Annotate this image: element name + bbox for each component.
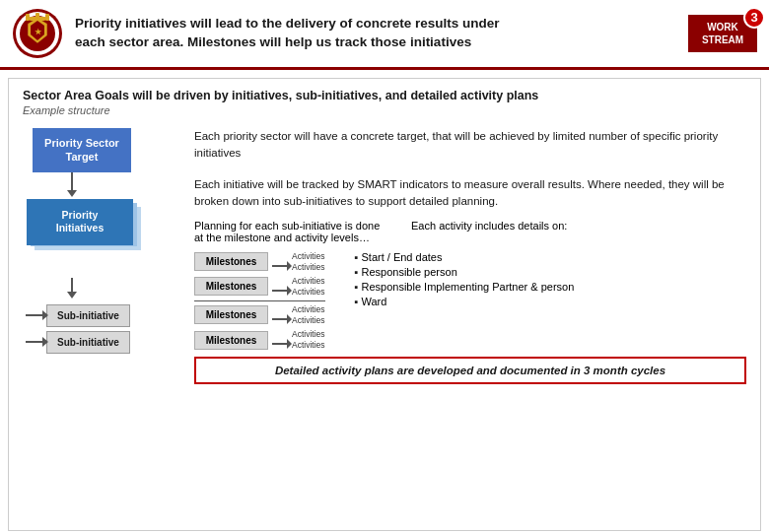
content-area: Priority Sector Target PriorityInitiativ… (23, 128, 746, 384)
sub-initiative-row-1: Sub-initiative (23, 304, 180, 327)
left-column: Priority Sector Target PriorityInitiativ… (23, 128, 180, 384)
header: ★ Priority initiatives will lead to the … (0, 0, 769, 70)
arrow-to-sub1 (26, 314, 43, 316)
sub-initiative-1-box: Sub-initiative (46, 304, 130, 327)
logo: ★ (12, 8, 63, 59)
main-content: Sector Area Goals will be driven by init… (8, 78, 761, 531)
detail-item-3: Responsible Implementing Partner & perso… (355, 281, 575, 293)
work-stream-label: WORKSTREAM (698, 21, 747, 46)
detail-item-4: Ward (355, 296, 575, 307)
ma-row-3: Milestones Activities Activities (194, 304, 325, 326)
svg-rect-7 (26, 14, 30, 21)
svg-rect-9 (45, 14, 49, 21)
planning-section: Planning for each sub-initiative is done… (194, 220, 746, 243)
details-list: Start / End dates Responsible person Res… (355, 251, 575, 307)
arrow-to-sub2 (26, 341, 43, 343)
bottom-note-box: Detailed activity plans are developed an… (194, 357, 746, 384)
activity-labels-3: Activities Activities (292, 304, 325, 326)
svg-rect-8 (35, 13, 39, 21)
milestone-box-4: Milestones (194, 331, 268, 350)
planning-text-left: Planning for each sub-initiative is done… (194, 220, 391, 243)
sub-initiatives-section: Sub-initiative Sub-initiative (23, 304, 180, 354)
work-stream-badge: WORKSTREAM 3 (688, 15, 757, 52)
lower-section: Milestones Activities Activities Milesto… (194, 251, 746, 351)
activity-labels-4: Activities Activities (292, 329, 325, 351)
milestone-box-2: Milestones (194, 277, 268, 296)
main-subtitle: Example structure (23, 104, 746, 116)
detail-item-1: Start / End dates (355, 251, 575, 263)
main-title: Sector Area Goals will be driven by init… (23, 89, 746, 102)
arrow-m2 (272, 290, 288, 292)
ma-row-4: Milestones Activities Activities (194, 329, 325, 351)
pst-description: Each priority sector will have a concret… (194, 128, 746, 161)
sub-initiative-row-2: Sub-initiative (23, 331, 180, 354)
ma-row-2: Milestones Activities Activities (194, 276, 325, 298)
svg-text:★: ★ (35, 28, 42, 36)
arrow-m4 (272, 343, 288, 345)
milestone-box-1: Milestones (194, 252, 268, 271)
milestone-activities-section: Milestones Activities Activities Milesto… (194, 251, 325, 351)
priority-sector-target-box: Priority Sector Target (33, 128, 131, 172)
activity-labels-2: Activities Activities (292, 276, 325, 298)
planning-text-right: Each activity includes details on: (411, 220, 567, 243)
ma-row-1: Milestones Activities Activities (194, 251, 325, 273)
sub-initiative-2-box: Sub-initiative (46, 331, 130, 354)
work-stream-number: 3 (743, 7, 765, 29)
detail-item-2: Responsible person (355, 266, 575, 278)
header-text: Priority initiatives will lead to the de… (75, 15, 676, 52)
arrow-m1 (272, 265, 288, 267)
milestone-box-3: Milestones (194, 305, 268, 324)
priority-initiatives-box: PriorityInitiatives (27, 199, 133, 245)
details-section: Start / End dates Responsible person Res… (355, 251, 575, 351)
pi-description: Each initiative will be tracked by SMART… (194, 176, 746, 209)
activity-labels-1: Activities Activities (292, 251, 325, 273)
arrow-m3 (272, 318, 288, 320)
right-column: Each priority sector will have a concret… (180, 128, 746, 384)
